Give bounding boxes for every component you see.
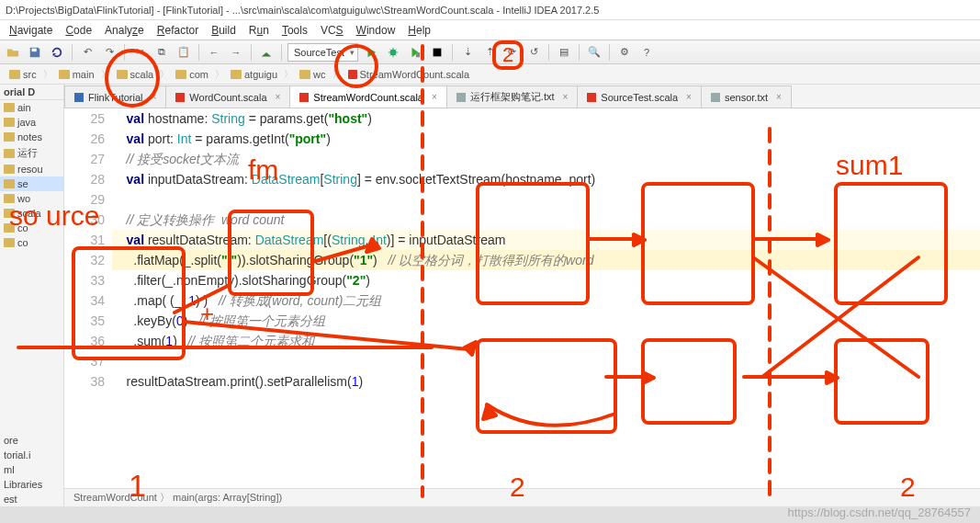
run-config-dropdown[interactable]: SourceTest [287,43,358,62]
close-icon[interactable]: × [686,92,692,102]
text-file-icon [711,93,720,102]
folder-icon [117,70,128,79]
code-line[interactable]: .sum(1) // 按照第二个元素求和 [112,331,980,351]
folder-icon [175,70,186,79]
project-item[interactable]: co [0,235,63,250]
cut-icon[interactable]: ✂ [130,43,149,62]
forward-icon[interactable]: → [227,43,245,62]
code-line[interactable]: resultDataStream.print().setParallelism(… [112,371,980,392]
code-content[interactable]: val hostname: String = params.get("host"… [112,108,980,488]
breadcrumb-file[interactable]: StreamWordCount.scala [343,68,476,81]
close-icon[interactable]: × [563,92,569,102]
project-item[interactable]: ml [0,462,63,477]
project-item[interactable]: ore [0,433,63,448]
help-icon[interactable]: ? [637,43,656,62]
folder-icon [4,238,15,247]
build-icon[interactable] [257,43,276,62]
menu-analyze[interactable]: Analyze [99,22,150,39]
breadcrumb-bar: srcmainscalacomatguiguwcStreamWordCount.… [0,64,980,85]
vcs-update-icon[interactable]: ⇣ [458,43,477,62]
editor-tab[interactable]: sensor.txt× [701,85,792,108]
code-line[interactable]: val port: Int = params.getInt("port") [112,129,980,149]
editor-tab[interactable]: SourceTest.scala× [577,85,702,108]
debug-icon[interactable] [384,43,402,62]
code-line[interactable]: .filter(_.nonEmpty).slotSharingGroup("2"… [112,270,980,290]
project-item[interactable]: resou [0,162,63,176]
editor-crumb-bar[interactable]: StreamWordCount 〉 main(args: Array[Strin… [64,488,980,506]
save-icon[interactable] [26,43,44,62]
stop-icon[interactable] [428,43,446,62]
code-line[interactable] [112,351,980,371]
structure-icon[interactable]: ▤ [555,43,573,62]
svg-rect-2 [416,52,420,57]
scala-file-icon [175,93,185,102]
paste-icon[interactable]: 📋 [175,43,193,62]
code-line[interactable]: .keyBy(0) // 按照第一个元素分组 [112,311,980,331]
breadcrumb-item[interactable]: scala [111,68,160,81]
project-item[interactable]: co [0,221,63,235]
breadcrumb-item[interactable]: main [53,68,100,81]
redo-icon[interactable]: ↷ [100,43,118,62]
breadcrumb-item[interactable]: atguigu [225,68,283,81]
undo-icon[interactable]: ↶ [78,43,96,62]
editor-tab[interactable]: WordCount.scala× [165,85,290,108]
code-line[interactable]: val hostname: String = params.get("host"… [112,108,980,129]
text-file-icon [456,93,466,102]
editor-tab[interactable]: 运行框架购笔记.txt× [446,85,579,108]
vcs-commit-icon[interactable]: ⇡ [480,43,499,62]
project-item[interactable]: torial.i [0,448,63,462]
vcs-history-icon[interactable]: ⟳ [502,43,521,62]
copy-icon[interactable]: ⧉ [152,43,171,62]
editor-tab[interactable]: FlinkTutorial× [64,85,166,108]
code-line[interactable]: val inputDataStream: DataStream[String] … [112,169,980,189]
search-icon[interactable]: 🔍 [585,43,603,62]
project-item[interactable]: Libraries [0,477,63,492]
close-icon[interactable]: × [776,92,782,102]
code-line[interactable]: // 定义转换操作 word count [112,210,980,230]
project-item[interactable]: notes [0,130,63,144]
project-item[interactable]: wo [0,191,63,206]
editor-tab[interactable]: StreamWordCount.scala× [289,85,446,108]
menu-window[interactable]: Window [351,22,401,39]
code-line[interactable]: .map( (_, 1) ) // 转换成(word, count)二元组 [112,290,980,311]
breadcrumb-item[interactable]: src [4,68,42,81]
folder-icon [4,132,15,142]
project-item[interactable]: ain [0,100,63,115]
settings-icon[interactable]: ⚙ [615,43,634,62]
breadcrumb-item[interactable]: wc [294,68,331,81]
back-icon[interactable]: ← [205,43,223,62]
project-item[interactable]: se [0,176,63,191]
menu-help[interactable]: Help [402,22,436,39]
code-line[interactable]: val resultDataStream: DataStream[(String… [112,230,980,250]
code-line[interactable] [112,189,980,210]
project-item[interactable]: java [0,115,63,130]
close-icon[interactable]: × [432,92,437,102]
menu-code[interactable]: Code [60,22,97,39]
project-item[interactable]: 运行 [0,144,63,162]
menu-refactor[interactable]: Refactor [152,22,204,39]
code-line[interactable]: // 接受socket文本流 [112,149,980,169]
close-icon[interactable]: × [276,92,281,102]
project-tool-window[interactable]: orial D ainjavanotes运行resousewoscalacoco… [0,85,64,506]
code-area[interactable]: 2526272829303132333435363738 val hostnam… [64,108,980,488]
folder-icon [231,70,242,79]
menu-navigate[interactable]: NNavigateavigate [4,22,58,39]
run-coverage-icon[interactable] [406,43,424,62]
menu-vcs[interactable]: VCS [315,22,349,39]
run-icon[interactable] [362,43,380,62]
scala-file-icon [348,70,357,79]
refresh-icon[interactable] [48,43,66,62]
vcs-revert-icon[interactable]: ↺ [524,43,543,62]
svg-rect-3 [434,48,442,56]
menu-tools[interactable]: Tools [276,22,313,39]
open-icon[interactable] [4,43,22,62]
menu-build[interactable]: Build [206,22,242,39]
close-icon[interactable]: × [152,92,157,102]
folder-icon [4,223,15,233]
project-item[interactable]: est [0,492,63,506]
svg-point-1 [390,49,397,55]
code-line[interactable]: .flatMap(_.split(" ")).slotSharingGroup(… [112,250,980,270]
breadcrumb-item[interactable]: com [170,68,214,81]
project-item[interactable]: scala [0,206,63,221]
menu-run[interactable]: Run [243,22,275,39]
